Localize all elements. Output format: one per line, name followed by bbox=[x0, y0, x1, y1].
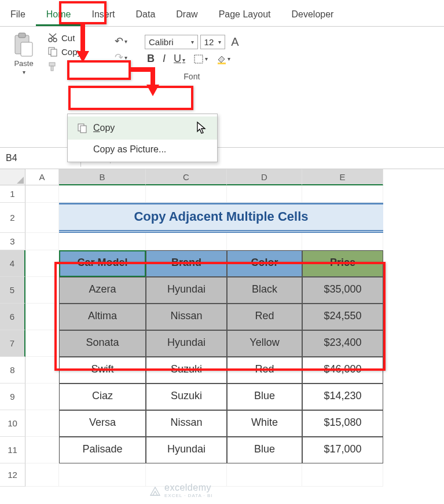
copy-button[interactable]: Copy ▾ bbox=[44, 45, 91, 58]
cell[interactable] bbox=[59, 463, 146, 487]
cell[interactable]: Red bbox=[227, 357, 302, 384]
borders-button[interactable]: ▾ bbox=[193, 54, 208, 64]
row-header[interactable]: 11 bbox=[0, 437, 25, 463]
cell[interactable]: Red bbox=[227, 304, 302, 330]
cell[interactable]: Ciaz bbox=[59, 384, 146, 410]
cell[interactable]: Azera bbox=[59, 277, 146, 304]
cell[interactable]: Black bbox=[227, 277, 302, 304]
cell[interactable]: $14,230 bbox=[302, 384, 383, 410]
cell[interactable]: Palisade bbox=[59, 437, 146, 463]
cell[interactable] bbox=[302, 463, 383, 487]
title-cell[interactable]: Copy Adjacent Multiple Cells bbox=[59, 203, 383, 233]
tab-insert[interactable]: Insert bbox=[81, 5, 125, 26]
cell[interactable] bbox=[227, 463, 302, 487]
undo-button[interactable]: ↶ ▾ bbox=[115, 35, 127, 48]
paste-button[interactable]: Paste ▾ bbox=[12, 31, 42, 114]
cell[interactable] bbox=[302, 233, 383, 250]
cell[interactable]: $35,000 bbox=[302, 277, 383, 304]
cell[interactable] bbox=[25, 185, 59, 203]
cell[interactable]: Sonata bbox=[59, 330, 146, 357]
cell[interactable]: Price bbox=[302, 250, 383, 277]
cell[interactable]: Color bbox=[227, 250, 302, 277]
cell[interactable]: Suzuki bbox=[146, 357, 227, 384]
tab-page-layout[interactable]: Page Layout bbox=[208, 5, 281, 26]
cell[interactable]: Nissan bbox=[146, 410, 227, 437]
cell[interactable] bbox=[302, 185, 383, 203]
row-header[interactable]: 9 bbox=[0, 384, 25, 410]
cell[interactable]: Hyundai bbox=[146, 277, 227, 304]
row-header[interactable]: 7 bbox=[0, 330, 25, 357]
col-header[interactable]: D bbox=[227, 169, 302, 185]
bold-button[interactable]: B bbox=[147, 53, 155, 65]
col-header[interactable]: A bbox=[25, 169, 59, 185]
cell[interactable]: $17,000 bbox=[302, 437, 383, 463]
cell[interactable]: Swift bbox=[59, 357, 146, 384]
redo-dd-icon[interactable]: ▾ bbox=[124, 54, 127, 61]
cell[interactable]: Blue bbox=[227, 384, 302, 410]
row-header[interactable]: 3 bbox=[0, 233, 25, 250]
cell[interactable]: Yellow bbox=[227, 330, 302, 357]
dd-copy-as-picture[interactable]: Copy as Picture... bbox=[68, 140, 217, 159]
tab-file[interactable]: File bbox=[0, 5, 36, 26]
cell[interactable] bbox=[25, 250, 59, 277]
row-header[interactable]: 6 bbox=[0, 304, 25, 330]
cell[interactable]: $24,550 bbox=[302, 304, 383, 330]
col-header[interactable]: E bbox=[302, 169, 383, 185]
underline-button[interactable]: U▾ bbox=[174, 53, 185, 65]
row-header[interactable]: 12 bbox=[0, 463, 25, 487]
select-all-corner[interactable] bbox=[0, 169, 25, 185]
cell[interactable]: Suzuki bbox=[146, 384, 227, 410]
cell[interactable] bbox=[227, 185, 302, 203]
cell[interactable] bbox=[59, 185, 146, 203]
cell[interactable]: Blue bbox=[227, 437, 302, 463]
dd-copy[interactable]: Copy bbox=[68, 116, 217, 140]
row-header[interactable]: 5 bbox=[0, 277, 25, 304]
tab-data[interactable]: Data bbox=[125, 5, 166, 26]
undo-dd-icon[interactable]: ▾ bbox=[124, 38, 127, 45]
cell[interactable]: Hyundai bbox=[146, 330, 227, 357]
copy-dropdown-icon[interactable]: ▾ bbox=[85, 49, 88, 55]
cut-button[interactable]: Cut bbox=[44, 31, 91, 44]
cell[interactable] bbox=[25, 410, 59, 437]
row-header[interactable]: 1 bbox=[0, 185, 25, 203]
cell[interactable]: $23,400 bbox=[302, 330, 383, 357]
italic-button[interactable]: I bbox=[163, 53, 166, 65]
cell[interactable] bbox=[25, 277, 59, 304]
cell[interactable]: $46,000 bbox=[302, 357, 383, 384]
cell[interactable] bbox=[227, 233, 302, 250]
cell[interactable] bbox=[59, 233, 146, 250]
cell[interactable] bbox=[25, 330, 59, 357]
font-size-select[interactable]: 12 ▾ bbox=[200, 35, 226, 49]
col-header[interactable]: B bbox=[59, 169, 146, 185]
redo-button[interactable]: ↷ ▾ bbox=[115, 51, 127, 64]
row-header[interactable]: 8 bbox=[0, 357, 25, 384]
cell[interactable] bbox=[25, 463, 59, 487]
row-header[interactable]: 2 bbox=[0, 203, 25, 233]
row-header[interactable]: 4 bbox=[0, 250, 25, 277]
cell[interactable]: Versa bbox=[59, 410, 146, 437]
cell[interactable]: $15,080 bbox=[302, 410, 383, 437]
cell[interactable] bbox=[25, 203, 59, 233]
tab-home[interactable]: Home bbox=[36, 5, 82, 26]
paste-dropdown-icon[interactable]: ▾ bbox=[23, 69, 25, 75]
cell[interactable] bbox=[25, 437, 59, 463]
increase-font-button[interactable]: A bbox=[231, 35, 238, 49]
cell[interactable] bbox=[25, 384, 59, 410]
tab-developer[interactable]: Developer bbox=[281, 5, 344, 26]
cell[interactable] bbox=[146, 233, 227, 250]
cell[interactable]: Nissan bbox=[146, 304, 227, 330]
format-painter-button[interactable] bbox=[44, 59, 91, 74]
cell[interactable]: White bbox=[227, 410, 302, 437]
cell[interactable]: Altima bbox=[59, 304, 146, 330]
cell[interactable] bbox=[25, 357, 59, 384]
cell[interactable] bbox=[25, 304, 59, 330]
cell[interactable]: Car Model bbox=[59, 250, 146, 277]
cell[interactable]: Brand bbox=[146, 250, 227, 277]
fill-color-button[interactable]: ▾ bbox=[216, 54, 230, 64]
tab-draw[interactable]: Draw bbox=[166, 5, 208, 26]
cell[interactable]: Hyundai bbox=[146, 437, 227, 463]
cell[interactable] bbox=[25, 233, 59, 250]
row-header[interactable]: 10 bbox=[0, 410, 25, 437]
font-name-select[interactable]: Calibri ▾ bbox=[145, 35, 198, 49]
col-header[interactable]: C bbox=[146, 169, 227, 185]
